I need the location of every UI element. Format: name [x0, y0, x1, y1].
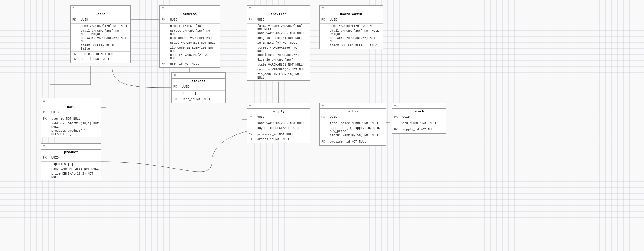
table-users-row-5: FKaddress_id NOT NULL [71, 52, 130, 57]
table-stock-row-0-prefix: PK [394, 115, 402, 119]
table-stock-row-2-prefix: FK [394, 128, 402, 131]
table-stock-name: stock [392, 109, 446, 114]
table-provider-row-7-content: distric VARCHAR(256) [257, 58, 294, 62]
table-provider-row-1: fantasy_name VARCHAR(256) NOT NULL [247, 24, 310, 31]
table-address-row-7-prefix: FK [162, 62, 170, 66]
table-address-row-1: number INTEGER(10) [160, 24, 220, 29]
table-provider-row-6-content: complement VARCHAR(256) [257, 53, 299, 57]
table-cart-name: cart [41, 104, 101, 110]
table-supply-row-4: FKorders_id NOT NULL [247, 137, 310, 142]
table-provider-row-10: zip_code INTEGER(10) NOT NULL [247, 72, 310, 80]
table-users-row-3-content: password VARCHAR(256) NOT NULL [81, 37, 129, 43]
table-product-name: product [41, 150, 101, 155]
table-product-row-3-content: price DECIMAL(10,2) NOT NULL [51, 172, 99, 179]
table-product-row-3: price DECIMAL(10,2) NOT NULL [41, 172, 101, 179]
table-users_admin: ≡users_adminPKUUIDname VARCHAR(128) NOT … [319, 5, 383, 49]
table-product: ≡productPKUUIDsupplies [ ]name VARCHAR(2… [41, 143, 101, 180]
table-supply-row-0: PKUUID [247, 115, 310, 120]
table-supply-body: PKUUIDname VARCHAR(256) NOT NULLbuy_pric… [247, 114, 310, 143]
table-users_admin-row-2: email VARCHAR(256) NOT NULL UNIQUE [320, 29, 383, 36]
table-users-row-5-prefix: FK [72, 53, 81, 56]
table-cart-row-2-content: subtotal DECIMAL(10,2) NOT NULL [51, 122, 99, 129]
table-cart-row-1: FKuser_id NOT NULL [41, 117, 101, 122]
table-users_admin-body: PKUUIDname VARCHAR(128) NOT NULLemail VA… [320, 17, 383, 49]
table-users-row-4: isAdm BOOLEAN DEFAULT false [71, 43, 130, 51]
table-users_admin-row-3-content: password VARCHAR(256) NOT NULL [330, 37, 381, 43]
table-tickets: ≡ticketsPKUUIDcart [ ]FKuser_id NOT NULL [171, 72, 226, 103]
table-cart-dots: ≡ [43, 99, 45, 103]
table-provider-row-3: cnpj INTEGER(14) NOT NULL [247, 36, 310, 41]
table-supply: ≡supplyPKUUIDname VARCHAR(256) NOT NULLb… [247, 103, 310, 143]
table-product-row-1-content: supplies [ ] [51, 163, 73, 166]
table-tickets-row-2: FKuser_id NOT NULL [172, 98, 225, 102]
table-provider-row-9: country VARCHAR(2) NOT NULL [247, 68, 310, 72]
table-stock-body: PKUUIDqtd NUMBER NOT NULLFKsupply_id NOT… [392, 114, 446, 133]
table-address-row-0-prefix: PK [162, 18, 170, 21]
table-address-row-6-content: country VARCHAR(2) NOT NULL [170, 53, 218, 60]
table-users_admin-row-3: password VARCHAR(256) NOT NULL [320, 36, 383, 43]
table-address-row-6: country VARCHAR(2) NOT NULL [160, 53, 220, 60]
table-orders-row-0-prefix: PK [321, 115, 330, 119]
table-users-row-3: password VARCHAR(256) NOT NULL [71, 36, 130, 43]
table-stock-row-1: qtd NUMBER NOT NULL [392, 121, 446, 126]
table-provider-row-4: ie INTEGER(9) NOT NULL [247, 41, 310, 46]
table-users_admin-name: users_admin [320, 11, 383, 17]
table-provider-name: provider [247, 11, 310, 17]
table-users-row-0-prefix: PK [72, 18, 81, 21]
table-orders-row-1: total_price NUMBER NOT NULL [320, 121, 386, 126]
table-orders-row-2-content: supplies [ { supply_id, qtd, buy_price }… [330, 127, 384, 133]
table-tickets-row-1: cart [ ] [172, 91, 225, 96]
table-users_admin-row-4: isAdm BOOLEAN DEFAULT true [320, 43, 383, 48]
table-provider-row-4-content: ie INTEGER(9) NOT NULL [257, 41, 297, 45]
table-users_admin-row-0: PKUUID [320, 18, 383, 23]
table-orders-body: PKUUIDtotal_price NUMBER NOT NULLsupplie… [320, 114, 386, 145]
table-users-row-6: FKcart_id NOT NULL [71, 57, 130, 62]
table-provider-header-bar: ≡ [247, 6, 310, 11]
table-product-dots: ≡ [43, 144, 45, 149]
table-address-name: address [160, 11, 220, 17]
table-address-header-bar: ≡ [160, 6, 220, 11]
table-supply-row-4-content: orders_id NOT NULL [257, 138, 290, 141]
erd-canvas[interactable]: ≡usersPKUUIDname VARCHAR(128) NOT NULLem… [0, 0, 644, 251]
table-stock-row-1-content: qtd NUMBER NOT NULL [402, 122, 437, 125]
table-tickets-row-1-content: cart [ ] [182, 92, 196, 95]
table-stock-row-0: PKUUID [392, 115, 446, 120]
table-stock-row-2-content: supply_id NOT NULL [402, 128, 435, 131]
table-supply-name: supply [247, 109, 310, 114]
table-users-row-0-content: UUID [81, 18, 88, 21]
table-users_admin-header-bar: ≡ [320, 6, 383, 11]
table-cart-body: PKUUIDFKuser_id NOT NULLsubtotal DECIMAL… [41, 110, 101, 137]
table-users-row-1-content: name VARCHAR(128) NOT NULL [81, 24, 128, 28]
table-supply-row-3-prefix: FK [249, 133, 257, 136]
table-orders-row-0: PKUUID [320, 115, 386, 120]
table-cart-row-1-prefix: FK [43, 117, 51, 121]
table-users-row-6-prefix: FK [72, 57, 81, 61]
table-address-row-1-content: number INTEGER(10) [170, 24, 203, 28]
table-supply-row-3-content: provider_id NOT NULL [257, 133, 294, 136]
table-orders-row-4: FKprovider_id NOT NULL [320, 140, 386, 145]
table-address-row-2: street VARCHAR(256) NOT NULL [160, 29, 220, 36]
table-supply-row-4-prefix: FK [249, 138, 257, 141]
table-cart-row-0-prefix: PK [43, 111, 51, 114]
table-stock: ≡stockPKUUIDqtd NUMBER NOT NULLFKsupply_… [392, 103, 446, 134]
table-product-header-bar: ≡ [41, 144, 101, 150]
table-orders-row-4-prefix: FK [321, 140, 330, 143]
table-provider-row-10-content: zip_code INTEGER(10) NOT NULL [257, 73, 308, 79]
table-address-row-5-content: zip_code INTEGER(10) NOT NULL [170, 46, 218, 53]
table-tickets-row-2-content: user_id NOT NULL [182, 98, 211, 101]
table-product-row-0-content: UUID [51, 156, 59, 159]
table-product-body: PKUUIDsupplies [ ]name VARCHAR(256) NOT … [41, 155, 101, 180]
table-tickets-header-bar: ≡ [172, 73, 225, 79]
table-supply-row-1-content: name VARCHAR(256) NOT NULL [257, 122, 304, 125]
table-users-row-5-content: address_id NOT NULL [81, 53, 115, 56]
table-cart: ≡cartPKUUIDFKuser_id NOT NULLsubtotal DE… [41, 98, 101, 137]
table-address-row-5: zip_code INTEGER(10) NOT NULL [160, 46, 220, 53]
table-users-row-4-content: isAdm BOOLEAN DEFAULT false [81, 44, 129, 50]
table-supply-row-1: name VARCHAR(256) NOT NULL [247, 121, 310, 126]
table-tickets-dots: ≡ [173, 73, 176, 78]
table-tickets-name: tickets [172, 79, 225, 84]
table-supply-row-2-content: buy_price DECIMAL(10,2) [257, 127, 299, 130]
table-users-row-1: name VARCHAR(128) NOT NULL [71, 24, 130, 29]
table-orders-dots: ≡ [321, 104, 324, 108]
table-orders-row-4-content: provider_id NOT NULL [330, 140, 366, 143]
